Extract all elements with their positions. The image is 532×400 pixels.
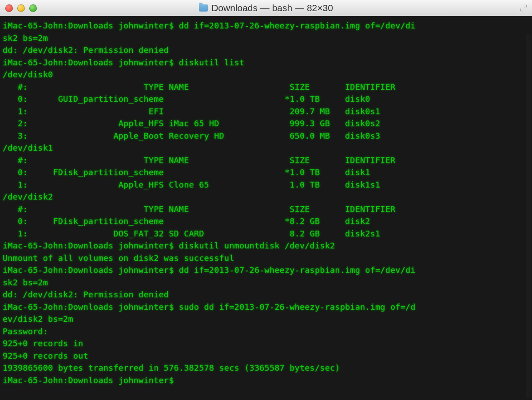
terminal-window: Downloads — bash — 82×30 iMac-65-John:Do… xyxy=(0,0,532,400)
window-title-text: Downloads — bash — 82×30 xyxy=(211,3,333,13)
zoom-button[interactable] xyxy=(29,4,37,12)
fullscreen-icon[interactable] xyxy=(520,4,528,12)
terminal-output[interactable]: iMac-65-John:Downloads johnwinter$ dd if… xyxy=(3,20,532,386)
minimize-button[interactable] xyxy=(17,4,25,12)
window-controls xyxy=(5,4,37,12)
titlebar[interactable]: Downloads — bash — 82×30 xyxy=(0,0,532,16)
close-button[interactable] xyxy=(5,4,13,12)
scrollbar[interactable] xyxy=(526,34,531,398)
folder-icon xyxy=(199,4,208,12)
terminal-viewport[interactable]: iMac-65-John:Downloads johnwinter$ dd if… xyxy=(0,16,532,400)
window-title: Downloads — bash — 82×30 xyxy=(0,3,532,13)
